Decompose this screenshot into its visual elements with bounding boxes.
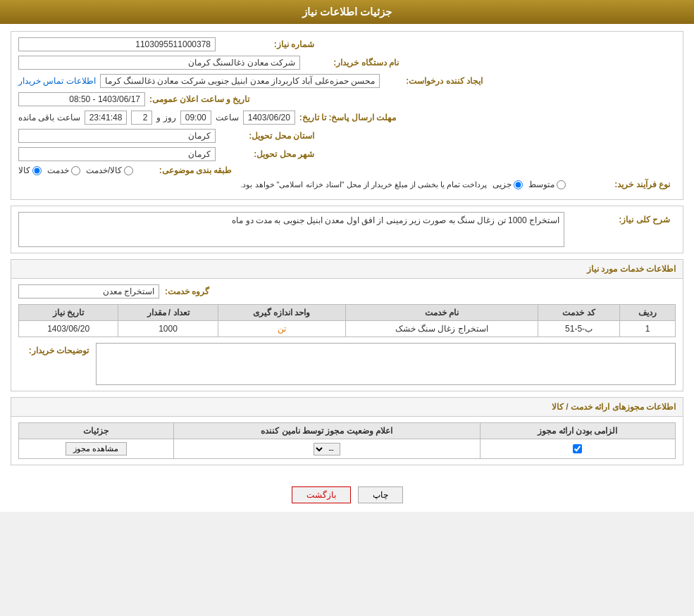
category-kala: کالا: [18, 165, 42, 175]
service-group-row: گروه خدمت: استخراج معدن: [18, 284, 676, 298]
deadline-remaining-label: ساعت باقی مانده: [18, 113, 80, 122]
creator-link[interactable]: اطلاعات تماس خریدار: [18, 76, 96, 86]
row-name: استخراج زغال سنگ خشک: [345, 321, 538, 337]
license-status-dropdown-wrapper: --: [180, 443, 474, 455]
col-unit: واحد اندازه گیری: [218, 305, 345, 321]
category-kala-khedmat-label: کالا/خدمت: [86, 165, 122, 175]
col-name: نام خدمت: [345, 305, 538, 321]
row-date: 1403/06/20: [19, 321, 118, 337]
purchase-jozi: جزیی: [492, 180, 523, 189]
category-khedmat-radio[interactable]: [71, 166, 80, 175]
announcement-row: تاریخ و ساعت اعلان عمومی: 1403/06/17 - 0…: [18, 92, 676, 106]
category-radio-group: کالا/خدمت خدمت کالا: [18, 165, 133, 175]
purchase-type-row: نوع فرآیند خرید: متوسط جزیی پرداخت تمام …: [18, 180, 676, 189]
category-kala-khedmat: کالا/خدمت: [86, 165, 133, 175]
deadline-date-group: 1403/06/20: [243, 111, 295, 125]
creator-row: ایجاد کننده درخواست: محسن حمزه‌علی آباد …: [18, 74, 676, 88]
deadline-label: مهلت ارسال پاسخ: تا تاریخ:: [299, 113, 396, 122]
need-desc-row: شرح کلی نیاز: استخراج 1000 تن زغال سنگ ب…: [18, 212, 676, 247]
province-value: کرمان: [18, 129, 216, 143]
buyer-station-row: نام دستگاه خریدار: شرکت معادن ذغالسنگ کر…: [18, 56, 676, 70]
deadline-days-value: 2: [131, 111, 152, 125]
deadline-remaining-value: 23:41:48: [85, 111, 128, 125]
buyer-desc-section: توضیحات خریدار:: [18, 343, 676, 385]
category-khedmat: خدمت: [47, 165, 80, 175]
need-number-label: شماره نیاز:: [216, 39, 314, 49]
page-header: جزئیات اطلاعات نیاز: [0, 0, 694, 24]
license-required-checkbox[interactable]: [573, 444, 582, 453]
print-button[interactable]: چاپ: [358, 486, 403, 503]
province-row: استان محل تحویل: کرمان: [18, 129, 676, 143]
page-wrapper: جزئیات اطلاعات نیاز شماره نیاز: 11030955…: [0, 0, 694, 512]
need-desc-value: استخراج 1000 تن زغال سنگ به صورت زیر زمی…: [18, 212, 564, 247]
purchase-type-label: نوع فرآیند خرید:: [571, 180, 670, 189]
services-body: گروه خدمت: استخراج معدن ردیف کد خدمت نام…: [11, 279, 683, 391]
need-number-value: 1103095511000378: [18, 37, 216, 51]
license-col-details: جزئیات: [19, 423, 174, 439]
city-row: شهر محل تحویل: کرمان: [18, 147, 676, 161]
city-value: کرمان: [18, 147, 216, 161]
license-body: الزامی بودن ارائه مجوز اعلام وضعیت مجوز …: [11, 417, 683, 465]
city-label: شهر محل تحویل:: [216, 149, 314, 159]
purchase-jozi-label: جزیی: [492, 180, 512, 189]
buyer-station-label: نام دستگاه خریدار:: [300, 58, 399, 68]
purchase-motavaset-label: متوسط: [528, 180, 554, 189]
license-table: الزامی بودن ارائه مجوز اعلام وضعیت مجوز …: [18, 422, 676, 459]
purchase-motavaset-radio[interactable]: [557, 180, 566, 189]
bottom-buttons: چاپ بازگشت: [0, 478, 694, 512]
license-details-cell: مشاهده مجوز: [19, 439, 174, 459]
license-required-cell: [480, 439, 675, 459]
basic-info-section: شماره نیاز: 1103095511000378 نام دستگاه …: [11, 31, 683, 200]
col-code: کد خدمت: [538, 305, 619, 321]
announcement-label: تاریخ و ساعت اعلان عمومی:: [149, 94, 249, 104]
deadline-day-label: روز و: [156, 113, 175, 122]
category-khedmat-label: خدمت: [47, 165, 69, 175]
purchase-type-radio-group: متوسط جزیی: [492, 180, 566, 189]
back-button[interactable]: بازگشت: [292, 486, 351, 503]
service-group-label: گروه خدمت:: [165, 287, 209, 296]
category-label: طبقه بندی موضوعی:: [133, 165, 232, 175]
buyer-station-value: شرکت معادن ذغالسنگ کرمان: [18, 56, 300, 70]
row-qty: 1000: [118, 321, 218, 337]
license-row: -- مشاهده مجوز: [19, 439, 676, 459]
row-unit: تن: [218, 321, 345, 337]
deadline-time-label: ساعت: [216, 113, 239, 122]
services-section: اطلاعات خدمات مورد نیاز گروه خدمت: استخر…: [11, 259, 683, 391]
category-kala-label: کالا: [18, 165, 30, 175]
deadline-row: مهلت ارسال پاسخ: تا تاریخ: 1403/06/20 سا…: [18, 111, 676, 125]
purchase-jozi-radio[interactable]: [514, 180, 523, 189]
purchase-note: پرداخت تمام یا بخشی از مبلغ خریدار از مح…: [18, 180, 487, 189]
license-status-select[interactable]: --: [314, 443, 340, 455]
buyer-desc-box: [96, 343, 676, 385]
category-kala-radio[interactable]: [32, 166, 42, 175]
license-col-required: الزامی بودن ارائه مجوز: [480, 423, 675, 439]
license-section: اطلاعات مجوزهای ارائه خدمت / کالا الزامی…: [11, 397, 683, 465]
items-table: ردیف کد خدمت نام خدمت واحد اندازه گیری ت…: [18, 304, 676, 337]
view-license-button[interactable]: مشاهده مجوز: [66, 442, 126, 455]
deadline-time-value: 09:00: [180, 111, 211, 125]
need-number-row: شماره نیاز: 1103095511000378: [18, 37, 676, 51]
purchase-motavaset: متوسط: [528, 180, 566, 189]
need-description-section: شرح کلی نیاز: استخراج 1000 تن زغال سنگ ب…: [11, 206, 683, 253]
services-header: اطلاعات خدمات مورد نیاز: [11, 260, 683, 279]
row-code: ب-5-51: [538, 321, 619, 337]
row-num: 1: [620, 321, 676, 337]
page-title: جزئیات اطلاعات نیاز: [302, 6, 392, 18]
need-desc-label: شرح کلی نیاز:: [571, 212, 670, 225]
col-date: تاریخ نیاز: [19, 305, 118, 321]
deadline-date-value: 1403/06/20: [243, 111, 295, 125]
license-header: اطلاعات مجوزهای ارائه خدمت / کالا: [11, 398, 683, 417]
category-kala-khedmat-radio[interactable]: [124, 166, 133, 175]
table-row: 1 ب-5-51 استخراج زغال سنگ خشک تن 1000 14…: [19, 321, 676, 337]
main-content: شماره نیاز: 1103095511000378 نام دستگاه …: [0, 24, 694, 478]
service-group-value: استخراج معدن: [18, 284, 159, 298]
col-qty: تعداد / مقدار: [118, 305, 218, 321]
creator-label: ایجاد کننده درخواست:: [384, 76, 483, 86]
announcement-value: 1403/06/17 - 08:50: [18, 92, 145, 106]
buyer-desc-label: توضیحات خریدار:: [18, 343, 89, 356]
col-row: ردیف: [620, 305, 676, 321]
category-row: طبقه بندی موضوعی: کالا/خدمت خدمت کالا: [18, 165, 676, 175]
creator-value: محسن حمزه‌علی آباد کاربرداز معدن ابنیل ج…: [100, 74, 380, 88]
license-checkbox-wrapper: [486, 444, 669, 453]
license-col-status: اعلام وضعیت مجوز توسط نامین کننده: [173, 423, 480, 439]
